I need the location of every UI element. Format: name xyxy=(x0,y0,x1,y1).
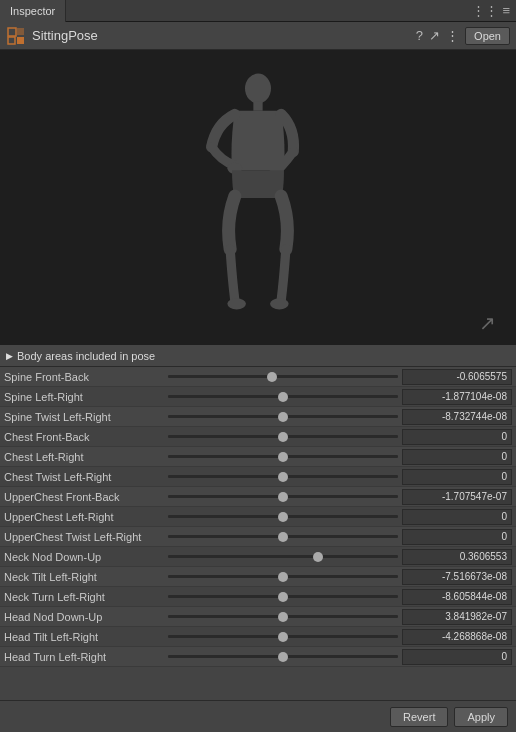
slider-value-input[interactable] xyxy=(402,549,512,565)
slider-row: Spine Front-Back xyxy=(0,367,516,387)
slider-track[interactable] xyxy=(164,455,402,458)
slider-label: Neck Tilt Left-Right xyxy=(4,571,164,583)
svg-rect-1 xyxy=(17,37,24,44)
slider-track[interactable] xyxy=(164,495,402,498)
open-button[interactable]: Open xyxy=(465,27,510,45)
inspector-tab-label: Inspector xyxy=(10,5,55,17)
tab-bar-icons: ⋮⋮ ≡ xyxy=(472,3,516,18)
sliders-container: Spine Front-BackSpine Left-RightSpine Tw… xyxy=(0,367,516,700)
svg-rect-0 xyxy=(8,28,16,36)
slider-track[interactable] xyxy=(164,615,402,618)
slider-thumb[interactable] xyxy=(278,572,288,582)
slider-thumb[interactable] xyxy=(278,592,288,602)
svg-rect-2 xyxy=(8,37,15,44)
slider-label: Head Tilt Left-Right xyxy=(4,631,164,643)
tab-menu-icon[interactable]: ⋮⋮ xyxy=(472,3,498,18)
slider-row: Chest Twist Left-Right xyxy=(0,467,516,487)
slider-thumb[interactable] xyxy=(267,372,277,382)
footer: Revert Apply xyxy=(0,700,516,732)
slider-value-input[interactable] xyxy=(402,409,512,425)
slider-row: Neck Tilt Left-Right xyxy=(0,567,516,587)
slider-label: Spine Front-Back xyxy=(4,371,164,383)
slider-track[interactable] xyxy=(164,535,402,538)
slider-value-input[interactable] xyxy=(402,509,512,525)
slider-track[interactable] xyxy=(164,575,402,578)
slider-value-input[interactable] xyxy=(402,529,512,545)
slider-thumb[interactable] xyxy=(278,512,288,522)
svg-rect-5 xyxy=(253,101,262,110)
slider-label: UpperChest Left-Right xyxy=(4,511,164,523)
slider-row: Spine Twist Left-Right xyxy=(0,407,516,427)
slider-track[interactable] xyxy=(164,435,402,438)
slider-row: Head Turn Left-Right xyxy=(0,647,516,667)
slider-row: Neck Nod Down-Up xyxy=(0,547,516,567)
slider-value-input[interactable] xyxy=(402,649,512,665)
slider-label: Head Turn Left-Right xyxy=(4,651,164,663)
help-icon[interactable]: ? xyxy=(416,28,423,43)
slider-track[interactable] xyxy=(164,515,402,518)
slider-track[interactable] xyxy=(164,655,402,658)
slider-label: Chest Left-Right xyxy=(4,451,164,463)
cursor-indicator: ↗ xyxy=(479,311,496,335)
apply-button[interactable]: Apply xyxy=(454,707,508,727)
slider-label: Neck Turn Left-Right xyxy=(4,591,164,603)
slider-thumb[interactable] xyxy=(278,632,288,642)
slider-value-input[interactable] xyxy=(402,449,512,465)
slider-value-input[interactable] xyxy=(402,429,512,445)
section-label: Body areas included in pose xyxy=(17,350,155,362)
slider-label: Chest Twist Left-Right xyxy=(4,471,164,483)
slider-row: Neck Turn Left-Right xyxy=(0,587,516,607)
header-actions: ? ↗ ⋮ Open xyxy=(416,27,510,45)
slider-row: UpperChest Twist Left-Right xyxy=(0,527,516,547)
slider-value-input[interactable] xyxy=(402,629,512,645)
slider-thumb[interactable] xyxy=(278,432,288,442)
svg-point-9 xyxy=(270,298,289,309)
slider-thumb[interactable] xyxy=(278,532,288,542)
slider-row: Head Tilt Left-Right xyxy=(0,627,516,647)
slider-value-input[interactable] xyxy=(402,369,512,385)
slider-row: Chest Left-Right xyxy=(0,447,516,467)
slider-thumb[interactable] xyxy=(278,612,288,622)
slider-value-input[interactable] xyxy=(402,609,512,625)
slider-label: Spine Left-Right xyxy=(4,391,164,403)
slider-value-input[interactable] xyxy=(402,589,512,605)
slider-thumb[interactable] xyxy=(278,392,288,402)
slider-track[interactable] xyxy=(164,375,402,378)
inspector-tab[interactable]: Inspector xyxy=(0,0,66,22)
slider-label: Spine Twist Left-Right xyxy=(4,411,164,423)
slider-track[interactable] xyxy=(164,475,402,478)
tab-options-icon[interactable]: ≡ xyxy=(502,3,510,18)
more-icon[interactable]: ⋮ xyxy=(446,28,459,43)
settings-icon[interactable]: ↗ xyxy=(429,28,440,43)
sitting-pose-icon xyxy=(6,26,26,46)
slider-label: UpperChest Front-Back xyxy=(4,491,164,503)
preview-area: ↗ xyxy=(0,50,516,345)
svg-point-4 xyxy=(245,73,271,103)
slider-track[interactable] xyxy=(164,635,402,638)
slider-row: Head Nod Down-Up xyxy=(0,607,516,627)
tab-bar: Inspector ⋮⋮ ≡ xyxy=(0,0,516,22)
asset-name: SittingPose xyxy=(32,28,416,43)
slider-track[interactable] xyxy=(164,415,402,418)
revert-button[interactable]: Revert xyxy=(390,707,448,727)
body-areas-section-header[interactable]: ▶ Body areas included in pose xyxy=(0,345,516,367)
slider-thumb[interactable] xyxy=(278,492,288,502)
slider-thumb[interactable] xyxy=(278,452,288,462)
slider-value-input[interactable] xyxy=(402,489,512,505)
slider-track[interactable] xyxy=(164,555,402,558)
slider-value-input[interactable] xyxy=(402,569,512,585)
slider-thumb[interactable] xyxy=(278,412,288,422)
slider-label: UpperChest Twist Left-Right xyxy=(4,531,164,543)
slider-track[interactable] xyxy=(164,395,402,398)
svg-rect-3 xyxy=(17,28,24,35)
section-arrow-icon: ▶ xyxy=(6,351,13,361)
slider-label: Neck Nod Down-Up xyxy=(4,551,164,563)
slider-thumb[interactable] xyxy=(278,472,288,482)
slider-thumb[interactable] xyxy=(313,552,323,562)
slider-value-input[interactable] xyxy=(402,469,512,485)
slider-thumb[interactable] xyxy=(278,652,288,662)
slider-track[interactable] xyxy=(164,595,402,598)
slider-label: Head Nod Down-Up xyxy=(4,611,164,623)
slider-row: Chest Front-Back xyxy=(0,427,516,447)
slider-value-input[interactable] xyxy=(402,389,512,405)
